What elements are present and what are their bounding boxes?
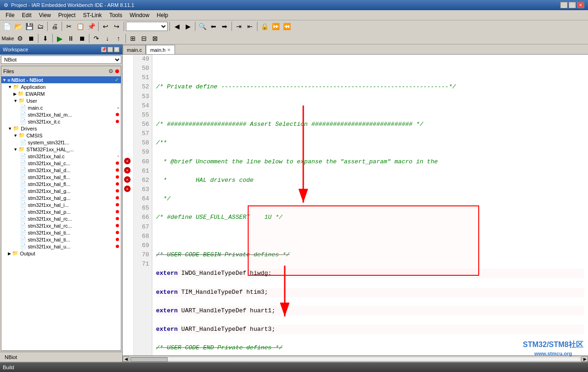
view2-button[interactable]: ⊟: [139, 33, 149, 43]
step-out-button[interactable]: ↑: [113, 33, 124, 43]
ws-float-button[interactable]: □: [107, 47, 113, 52]
findnext-button[interactable]: ➡: [219, 21, 230, 31]
tree-hal-d[interactable]: 📄 stm32f1xx_hal_d...: [1, 167, 121, 174]
tree-hal-i[interactable]: 📄 stm32f1xx_hal_i...: [1, 201, 121, 208]
menu-project[interactable]: Project: [55, 11, 79, 19]
tree-root[interactable]: ▼ ■ NBiot - NBiot ✓: [1, 76, 121, 83]
new-button[interactable]: 📄: [2, 21, 12, 31]
tree-hal-fl1[interactable]: 📄 stm32f1xx_hal_fl...: [1, 174, 121, 180]
right-nav-button[interactable]: ⏩: [270, 21, 281, 31]
ln-60: 60: [137, 157, 149, 167]
close-button[interactable]: ✕: [577, 2, 584, 8]
project-dropdown[interactable]: NBiot: [1, 56, 121, 64]
menu-help[interactable]: Help: [153, 11, 172, 19]
save-all-button[interactable]: 🗂: [35, 21, 45, 31]
outdent-button[interactable]: ⇤: [245, 21, 255, 31]
paste-button[interactable]: 📌: [86, 21, 96, 31]
tree-ewarm[interactable]: ▶ 📁 EWARM: [1, 90, 121, 97]
cut-button[interactable]: ✂: [64, 21, 74, 31]
debug-download-button[interactable]: ⬇: [40, 33, 50, 43]
debug-stop-button[interactable]: ⏹: [77, 33, 87, 43]
tree-hal-p[interactable]: 📄 stm32f1xx_hal_p...: [1, 208, 121, 215]
redo-button[interactable]: ↪: [112, 21, 122, 31]
halc-label: stm32f1xx_hal.c: [28, 154, 64, 159]
gutter-67: [123, 221, 133, 230]
tree-hal-folder[interactable]: ▼ 📁 STM32F1xx_HAL_...: [1, 146, 121, 153]
tree-output[interactable]: ▶ 📁 Output: [1, 250, 121, 257]
halrc1-error-dot: [116, 217, 119, 220]
view3-button[interactable]: ⊠: [150, 33, 160, 43]
build-title: Build: [3, 365, 14, 370]
view-buttons[interactable]: ⊞: [128, 33, 138, 43]
step-over-button[interactable]: ↷: [91, 33, 101, 43]
forward-button[interactable]: ▶: [183, 21, 193, 31]
tree-hal-m[interactable]: 📄 stm32f1xx_hal_m...: [1, 111, 121, 118]
workspace-header: Workspace 📌 □ ✕: [0, 44, 122, 55]
menu-tools[interactable]: Tools: [106, 11, 126, 19]
copy-button[interactable]: 📋: [75, 21, 85, 31]
tab-mainh[interactable]: main.h ✕: [146, 45, 175, 54]
tree-gear-icon[interactable]: ⚙: [108, 68, 113, 74]
tree-system[interactable]: 📄 system_stm32f1...: [1, 139, 121, 146]
menu-stlink[interactable]: ST-Link: [79, 11, 106, 19]
left-nav-button[interactable]: ⏪: [281, 21, 292, 31]
find-button[interactable]: 🔍: [197, 21, 207, 31]
findprev-button[interactable]: ⬅: [208, 21, 219, 31]
nbiot-tab[interactable]: NBiot: [3, 353, 19, 361]
config-dropdown[interactable]: [126, 22, 168, 31]
menu-file[interactable]: File: [2, 11, 18, 19]
indent-button[interactable]: ⇥: [234, 21, 244, 31]
tree-hal-ti1[interactable]: 📄 stm32f1xx_hal_ti...: [1, 229, 121, 236]
back-button[interactable]: ◀: [172, 21, 182, 31]
tree-hal-c2[interactable]: 📄 stm32f1xx_hal_c...: [1, 160, 121, 167]
file-tree: Files ⚙ ▼ ■ NBiot - NBiot ✓ ▼ 📁 Applicat…: [1, 66, 121, 351]
ws-pin-button[interactable]: 📌: [101, 47, 106, 52]
hscroll-thumb[interactable]: [131, 357, 168, 362]
gutter-70: [123, 249, 133, 258]
menu-window[interactable]: Window: [126, 11, 153, 19]
menu-view[interactable]: View: [35, 11, 55, 19]
tree-hal-fl2[interactable]: 📄 stm32f1xx_hal_fl...: [1, 180, 121, 187]
hscrollbar[interactable]: ◀ ▶: [123, 355, 588, 362]
hscroll-left[interactable]: ◀: [123, 356, 129, 362]
make-button[interactable]: Make: [2, 33, 14, 43]
maximize-button[interactable]: □: [569, 2, 576, 8]
hscroll-right[interactable]: ▶: [582, 356, 588, 362]
menu-edit[interactable]: Edit: [18, 11, 35, 19]
tree-hal-ti2[interactable]: 📄 stm32f1xx_hal_ti...: [1, 236, 121, 243]
tree-main-c[interactable]: 📄 main.c •: [1, 104, 121, 111]
tab-mainh-close[interactable]: ✕: [167, 48, 171, 52]
tree-hal-rc1[interactable]: 📄 stm32f1xx_hal_rc...: [1, 215, 121, 222]
code-editor[interactable]: ✕ ✕ ✕ ✕ 49 50 51: [123, 55, 588, 355]
halc2-error-dot: [116, 161, 119, 165]
sep6: [195, 22, 195, 31]
lock-button[interactable]: 🔒: [259, 21, 269, 31]
compile-button[interactable]: ⚙: [15, 33, 25, 43]
tree-hal-u[interactable]: 📄 stm32f1xx_hal_u...: [1, 243, 121, 250]
tree-drivers[interactable]: ▼ 📁 Drivers: [1, 125, 121, 132]
ws-close-button[interactable]: ✕: [114, 47, 119, 52]
tree-hal-g2[interactable]: 📄 stm32f1xx_hal_g...: [1, 194, 121, 201]
tree-cmsis[interactable]: ▼ 📁 CMSIS: [1, 132, 121, 139]
tree-user[interactable]: ▼ 📁 User: [1, 97, 121, 104]
debug-go-button[interactable]: ▶: [55, 33, 65, 43]
undo-button[interactable]: ↩: [100, 21, 111, 31]
tree-hal-c[interactable]: 📄 stm32f1xx_hal.c •: [1, 153, 121, 160]
ln-63: 63: [137, 185, 149, 194]
print-button[interactable]: 🖨: [50, 21, 60, 31]
tree-hal-rc2[interactable]: 📄 stm32f1xx_hal_rc...: [1, 222, 121, 229]
tab-mainc[interactable]: main.c: [123, 45, 146, 54]
tree-application[interactable]: ▼ 📁 Application: [1, 83, 121, 90]
open-button[interactable]: 📂: [13, 21, 23, 31]
halu-label: stm32f1xx_hal_u...: [28, 244, 70, 249]
halc2-label: stm32f1xx_hal_c...: [28, 161, 70, 166]
step-into-button[interactable]: ↓: [102, 33, 113, 43]
minimize-button[interactable]: _: [560, 2, 568, 8]
tree-hal-g1[interactable]: 📄 stm32f1xx_hal_g...: [1, 187, 121, 194]
gutter-51: [123, 73, 133, 82]
tree-it-c[interactable]: 📄 stm32f1xx_it.c: [1, 118, 121, 125]
save-button[interactable]: 💾: [24, 21, 34, 31]
file-icon-halm: 📄: [20, 112, 26, 118]
stop-build-button[interactable]: ⏹: [26, 33, 36, 43]
debug-break-button[interactable]: ⏸: [66, 33, 76, 43]
